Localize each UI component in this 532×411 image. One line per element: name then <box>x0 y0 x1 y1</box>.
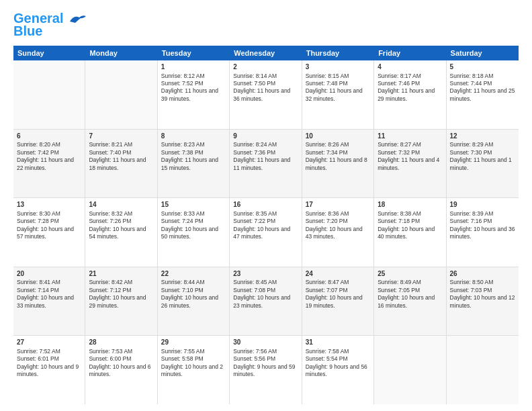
sunrise-text: Sunrise: 7:53 AM <box>89 348 132 355</box>
sunrise-text: Sunrise: 8:30 AM <box>17 210 60 217</box>
sunrise-text: Sunrise: 7:52 AM <box>17 348 60 355</box>
day-number: 6 <box>17 132 81 141</box>
sunset-text: Sunset: 7:50 PM <box>233 80 275 87</box>
day-number: 17 <box>306 200 370 210</box>
calendar-cell: 13Sunrise: 8:30 AMSunset: 7:28 PMDayligh… <box>13 198 85 267</box>
sunset-text: Sunset: 7:46 PM <box>378 80 420 87</box>
sunset-text: Sunset: 7:03 PM <box>450 287 492 293</box>
sunrise-text: Sunrise: 8:24 AM <box>233 141 277 148</box>
sunrise-text: Sunrise: 8:45 AM <box>233 279 277 285</box>
day-number: 15 <box>161 200 226 210</box>
sunset-text: Sunset: 7:16 PM <box>450 218 492 224</box>
sunrise-text: Sunrise: 8:27 AM <box>378 141 421 148</box>
day-number: 3 <box>306 62 370 72</box>
daylight-text: Daylight: 11 hours and 1 minute. <box>450 156 512 171</box>
sunrise-text: Sunrise: 8:17 AM <box>378 73 421 79</box>
calendar-body: 1Sunrise: 8:12 AMSunset: 7:52 PMDaylight… <box>13 60 519 404</box>
daylight-text: Daylight: 10 hours and 47 minutes. <box>233 226 290 240</box>
sunset-text: Sunset: 7:22 PM <box>233 218 275 224</box>
calendar-cell: 8Sunrise: 8:23 AMSunset: 7:38 PMDaylight… <box>158 130 230 198</box>
daylight-text: Daylight: 11 hours and 36 minutes. <box>233 87 290 101</box>
day-number: 7 <box>89 132 153 141</box>
sunrise-text: Sunrise: 8:35 AM <box>233 210 277 217</box>
sunset-text: Sunset: 7:20 PM <box>306 218 348 224</box>
day-number: 23 <box>233 269 298 279</box>
sunrise-text: Sunrise: 8:39 AM <box>450 210 494 217</box>
calendar-cell: 6Sunrise: 8:20 AMSunset: 7:42 PMDaylight… <box>13 130 85 198</box>
day-number: 25 <box>378 269 442 279</box>
sunset-text: Sunset: 7:40 PM <box>89 149 131 156</box>
calendar-cell: 9Sunrise: 8:24 AMSunset: 7:36 PMDaylight… <box>230 130 302 198</box>
day-number: 29 <box>161 338 226 347</box>
day-number: 8 <box>161 132 226 141</box>
calendar-cell: 2Sunrise: 8:14 AMSunset: 7:50 PMDaylight… <box>230 60 302 129</box>
day-number: 27 <box>17 338 81 347</box>
sunrise-text: Sunrise: 8:15 AM <box>306 73 349 79</box>
sunrise-text: Sunrise: 8:36 AM <box>306 210 349 217</box>
daylight-text: Daylight: 10 hours and 43 minutes. <box>306 226 363 240</box>
sunrise-text: Sunrise: 8:12 AM <box>161 73 205 79</box>
day-number: 18 <box>378 200 442 210</box>
header-day-saturday: Saturday <box>447 46 519 60</box>
sunrise-text: Sunrise: 8:50 AM <box>450 279 494 285</box>
logo: General Blue <box>13 11 87 39</box>
daylight-text: Daylight: 11 hours and 39 minutes. <box>161 87 218 101</box>
sunrise-text: Sunrise: 8:21 AM <box>89 141 132 148</box>
daylight-text: Daylight: 10 hours and 12 minutes. <box>450 294 515 308</box>
daylight-text: Daylight: 10 hours and 26 minutes. <box>161 294 218 308</box>
sunrise-text: Sunrise: 8:23 AM <box>161 141 205 148</box>
sunset-text: Sunset: 7:14 PM <box>17 287 59 293</box>
calendar-cell: 12Sunrise: 8:29 AMSunset: 7:30 PMDayligh… <box>447 130 519 198</box>
calendar-cell: 3Sunrise: 8:15 AMSunset: 7:48 PMDaylight… <box>302 60 374 129</box>
sunrise-text: Sunrise: 8:38 AM <box>378 210 421 217</box>
day-number: 26 <box>450 269 515 279</box>
daylight-text: Daylight: 10 hours and 16 minutes. <box>378 294 435 308</box>
header-day-sunday: Sunday <box>13 46 85 60</box>
daylight-text: Daylight: 11 hours and 8 minutes. <box>306 156 367 171</box>
daylight-text: Daylight: 10 hours and 19 minutes. <box>306 294 363 308</box>
calendar-cell: 16Sunrise: 8:35 AMSunset: 7:22 PMDayligh… <box>230 198 302 267</box>
day-number: 16 <box>233 200 298 210</box>
calendar-row-4: 20Sunrise: 8:41 AMSunset: 7:14 PMDayligh… <box>13 267 519 336</box>
sunrise-text: Sunrise: 8:33 AM <box>161 210 205 217</box>
sunset-text: Sunset: 7:24 PM <box>161 218 204 224</box>
sunset-text: Sunset: 5:58 PM <box>161 355 204 362</box>
logo-bird-icon <box>69 13 87 26</box>
sunrise-text: Sunrise: 8:14 AM <box>233 73 277 79</box>
daylight-text: Daylight: 10 hours and 40 minutes. <box>378 226 435 240</box>
sunset-text: Sunset: 7:48 PM <box>306 80 348 87</box>
header-day-thursday: Thursday <box>302 46 374 60</box>
daylight-text: Daylight: 10 hours and 23 minutes. <box>233 294 290 308</box>
header-day-friday: Friday <box>374 46 446 60</box>
daylight-text: Daylight: 11 hours and 32 minutes. <box>306 87 363 101</box>
daylight-text: Daylight: 11 hours and 18 minutes. <box>89 156 146 171</box>
sunset-text: Sunset: 7:12 PM <box>89 287 131 293</box>
header-day-tuesday: Tuesday <box>158 46 230 60</box>
header: General Blue <box>13 11 519 39</box>
daylight-text: Daylight: 10 hours and 36 minutes. <box>450 226 515 240</box>
daylight-text: Daylight: 10 hours and 6 minutes. <box>89 363 150 377</box>
sunset-text: Sunset: 5:56 PM <box>233 355 275 362</box>
daylight-text: Daylight: 9 hours and 59 minutes. <box>233 363 295 377</box>
day-number: 30 <box>233 338 298 347</box>
calendar-cell: 28Sunrise: 7:53 AMSunset: 6:00 PMDayligh… <box>85 336 157 404</box>
calendar-cell: 10Sunrise: 8:26 AMSunset: 7:34 PMDayligh… <box>302 130 374 198</box>
day-number: 9 <box>233 132 298 141</box>
day-number: 19 <box>450 200 515 210</box>
calendar-cell: 30Sunrise: 7:56 AMSunset: 5:56 PMDayligh… <box>230 336 302 404</box>
calendar-cell <box>13 60 85 129</box>
day-number: 10 <box>306 132 370 141</box>
calendar-cell: 24Sunrise: 8:47 AMSunset: 7:07 PMDayligh… <box>302 267 374 336</box>
calendar-cell: 22Sunrise: 8:44 AMSunset: 7:10 PMDayligh… <box>158 267 230 336</box>
day-number: 14 <box>89 200 153 210</box>
sunset-text: Sunset: 7:26 PM <box>89 218 131 224</box>
sunrise-text: Sunrise: 8:42 AM <box>89 279 132 285</box>
calendar-cell: 4Sunrise: 8:17 AMSunset: 7:46 PMDaylight… <box>374 60 446 129</box>
calendar-cell: 14Sunrise: 8:32 AMSunset: 7:26 PMDayligh… <box>85 198 157 267</box>
header-day-wednesday: Wednesday <box>230 46 302 60</box>
day-number: 11 <box>378 132 442 141</box>
sunset-text: Sunset: 6:01 PM <box>17 355 59 362</box>
page: General Blue SundayMondayTuesdayWednesda… <box>0 0 532 411</box>
day-number: 1 <box>161 62 226 72</box>
calendar-cell: 11Sunrise: 8:27 AMSunset: 7:32 PMDayligh… <box>374 130 446 198</box>
